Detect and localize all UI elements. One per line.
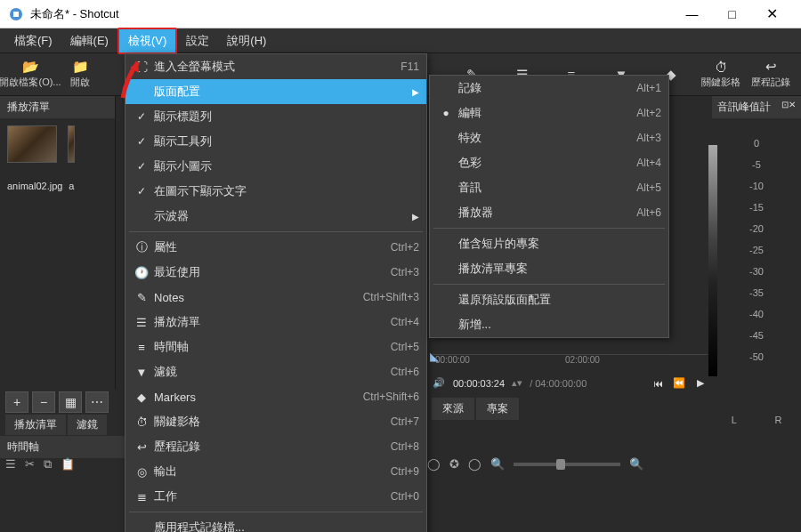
check-icon: ✓	[133, 110, 150, 123]
volume-icon[interactable]: 🔊	[432, 377, 446, 389]
stack-icon: ≣	[133, 490, 150, 504]
layout-player[interactable]: 播放器 Alt+6	[430, 200, 668, 225]
transport-controls: 🔊 00:00:03:24 ▴▾ / 04:00:00:00 ⏮ ⏪ ▶	[432, 372, 708, 394]
playlist-item[interactable]: animal02.jpg	[7, 125, 62, 191]
menu-separator	[129, 512, 423, 512]
zoom-in-icon[interactable]: 🔍	[629, 457, 643, 471]
stopwatch-icon: ⏱	[133, 415, 150, 429]
layout-editing[interactable]: ● 編輯 Alt+2	[430, 101, 668, 125]
copy-icon[interactable]: ⧉	[44, 457, 52, 472]
circle-icon[interactable]: ◯	[427, 457, 441, 471]
playlist-panel: 播放清單 animal02.jpg a	[0, 96, 116, 390]
tab-playlist[interactable]: 播放清單	[5, 415, 66, 435]
menu-separator	[433, 228, 665, 229]
menu-layout[interactable]: 版面配置 ▶	[125, 79, 426, 104]
tool-history[interactable]: ↩ 歷程記錄	[746, 55, 796, 94]
info-icon: ⓘ	[133, 239, 150, 255]
player-ruler[interactable]: ◣ 00:00:00 02:00:00	[432, 354, 708, 372]
menu-show-toolbar[interactable]: ✓ 顯示工具列	[125, 129, 426, 154]
zoom-out-icon[interactable]: 🔍	[490, 457, 505, 471]
menu-timeline[interactable]: ≡ 時間軸 Ctrl+5	[125, 335, 426, 359]
playlist-item[interactable]: a	[68, 125, 75, 191]
layout-cliponly[interactable]: 僅含短片的專案	[430, 231, 668, 256]
panel-icons[interactable]: ⊡✕	[781, 100, 796, 115]
menu-properties[interactable]: ⓘ 屬性 Ctrl+2	[125, 235, 426, 260]
menu-fullscreen[interactable]: ⛶ 進入全螢幕模式 F11	[125, 54, 426, 79]
paste-icon[interactable]: 📋	[61, 457, 75, 472]
close-button[interactable]: ✕	[752, 1, 792, 28]
svg-rect-1	[13, 12, 19, 17]
tool-open[interactable]: 📁 開啟	[55, 55, 105, 94]
radio-icon: ●	[437, 107, 455, 119]
menu-show-titlebar[interactable]: ✓ 顯示標題列	[125, 104, 426, 129]
audio-peak-meter: 音訊峰值計 ⊡✕ 0 -5 -10 -15 -20 -25 -30 -35 -4…	[712, 96, 801, 532]
menu-applog[interactable]: 應用程式記錄檔...	[125, 515, 426, 532]
timeline-tools-right: ◯ ✪ ◯ 🔍 🔍	[427, 457, 643, 471]
timeline-header: 時間軸	[0, 436, 125, 458]
menu-notes[interactable]: ✎ Notes Ctrl+Shift+3	[125, 285, 426, 310]
tab-filters[interactable]: 濾鏡	[68, 415, 107, 435]
timeline-icon: ≡	[133, 341, 150, 354]
menu-history[interactable]: ↩ 歷程記錄 Ctrl+8	[125, 434, 426, 459]
add-button[interactable]: +	[5, 391, 28, 413]
list-icon: ☰	[133, 316, 150, 329]
skip-start-icon[interactable]: ⏮	[651, 378, 665, 389]
menu-separator	[129, 231, 423, 232]
menu-text-under-icons[interactable]: ✓ 在圖示下顯示文字	[125, 179, 426, 204]
menu-file[interactable]: 檔案(F)	[5, 29, 61, 52]
menu-keyframes[interactable]: ⏱ 關鍵影格 Ctrl+7	[125, 409, 426, 434]
layout-playlist-project[interactable]: 播放清單專案	[430, 256, 668, 281]
layout-audio[interactable]: 音訊 Alt+5	[430, 175, 668, 200]
layout-submenu: 記錄 Alt+1 ● 編輯 Alt+2 特效 Alt+3 色彩 Alt+4 音訊…	[429, 75, 669, 338]
menu-edit[interactable]: 編輯(E)	[61, 29, 117, 52]
thumbnail-image	[7, 125, 57, 163]
layout-logging[interactable]: 記錄 Alt+1	[430, 76, 668, 101]
marker-icon: ◆	[133, 391, 150, 404]
playlist-buttons: + − ▦ ⋯	[5, 391, 109, 413]
layout-add[interactable]: 新增...	[430, 312, 668, 337]
rewind-icon[interactable]: ⏪	[672, 377, 686, 389]
check-icon: ✓	[133, 135, 150, 148]
submenu-arrow-icon: ▶	[409, 212, 419, 222]
tab-source[interactable]: 來源	[432, 398, 474, 420]
current-time[interactable]: 00:00:03:24	[453, 378, 505, 389]
menu-jobs[interactable]: ≣ 工作 Ctrl+0	[125, 484, 426, 509]
menu-playlist[interactable]: ☰ 播放清單 Ctrl+4	[125, 310, 426, 335]
target-icon: ◎	[133, 465, 150, 479]
layout-color[interactable]: 色彩 Alt+4	[430, 150, 668, 175]
play-icon[interactable]: ▶	[693, 377, 708, 389]
menu-filters[interactable]: ▼ 濾鏡 Ctrl+6	[125, 359, 426, 384]
maximize-button[interactable]: □	[712, 1, 752, 28]
layout-restore[interactable]: 還原預設版面配置	[430, 287, 668, 312]
menu-markers[interactable]: ◆ Markers Ctrl+Shift+6	[125, 384, 426, 409]
menu-show-smallicons[interactable]: ✓ 顯示小圖示	[125, 154, 426, 179]
tool-keyframes[interactable]: ⏱ 關鍵影格	[696, 55, 746, 94]
menu-export[interactable]: ◎ 輸出 Ctrl+9	[125, 459, 426, 484]
more-button[interactable]: ⋯	[85, 391, 109, 413]
minimize-button[interactable]: —	[672, 1, 712, 28]
note-icon: ✎	[133, 291, 150, 304]
folder-open-icon: 📂	[22, 60, 38, 74]
check-icon: ✓	[133, 160, 150, 173]
remove-button[interactable]: −	[32, 391, 55, 413]
menu-recent[interactable]: 🕐 最近使用 Ctrl+3	[125, 260, 426, 285]
fullscreen-icon: ⛶	[133, 60, 150, 74]
menubar: 檔案(F) 編輯(E) 檢視(V) 設定 說明(H)	[0, 28, 801, 53]
history-icon: ↩	[133, 440, 150, 454]
menu-view[interactable]: 檢視(V)	[117, 28, 177, 54]
layout-fx[interactable]: 特效 Alt+3	[430, 125, 668, 150]
menu-scopes[interactable]: 示波器 ▶	[125, 204, 426, 229]
menu-icon[interactable]: ☰	[5, 457, 16, 472]
zoom-slider[interactable]	[514, 463, 620, 466]
menu-settings[interactable]: 設定	[177, 29, 218, 52]
tool-open-file[interactable]: 📂 開啟檔案(O)...	[5, 55, 55, 94]
circle-icon[interactable]: ◯	[468, 457, 481, 471]
star-icon[interactable]: ✪	[449, 457, 459, 471]
tab-project[interactable]: 專案	[476, 398, 519, 420]
menu-help[interactable]: 說明(H)	[218, 29, 275, 52]
cut-icon[interactable]: ✂	[25, 457, 35, 472]
submenu-arrow-icon: ▶	[409, 87, 419, 97]
app-icon	[9, 7, 23, 21]
grid-button[interactable]: ▦	[59, 391, 82, 413]
playlist-header: 播放清單	[0, 96, 115, 118]
